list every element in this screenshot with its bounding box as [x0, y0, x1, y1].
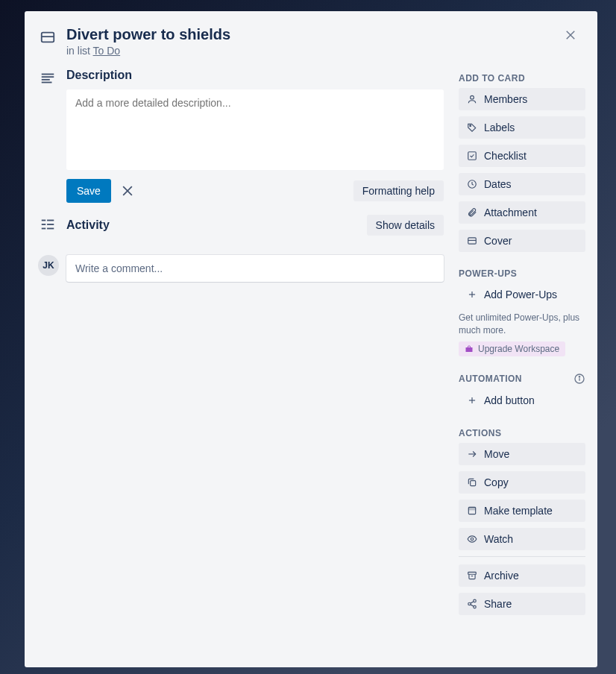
clock-icon	[466, 178, 478, 190]
activity-section: Activity Show details	[40, 215, 444, 243]
card-icon	[40, 26, 57, 45]
svg-point-34	[471, 538, 474, 541]
card-icon	[466, 235, 478, 247]
move-label: Move	[484, 448, 509, 460]
cancel-button[interactable]	[116, 179, 139, 203]
svg-rect-15	[47, 228, 54, 230]
labels-button[interactable]: Labels	[459, 116, 585, 139]
svg-rect-11	[47, 220, 54, 221]
share-button[interactable]: Share	[459, 593, 585, 615]
members-label: Members	[484, 93, 527, 105]
actions-separator	[459, 556, 585, 557]
activity-icon	[40, 215, 57, 243]
briefcase-icon	[465, 344, 474, 353]
user-icon	[466, 93, 478, 105]
svg-rect-18	[468, 152, 477, 160]
close-icon	[120, 183, 135, 198]
svg-point-17	[470, 125, 471, 127]
arrow-right-icon	[466, 448, 478, 460]
move-button[interactable]: Move	[459, 443, 585, 465]
make-template-button[interactable]: Make template	[459, 500, 585, 522]
close-button[interactable]	[559, 23, 582, 47]
copy-icon	[466, 476, 478, 488]
svg-point-27	[579, 376, 579, 377]
description-textarea[interactable]	[66, 89, 444, 170]
formatting-help-button[interactable]: Formatting help	[353, 180, 444, 201]
svg-rect-10	[42, 220, 46, 221]
automation-heading: AUTOMATION	[459, 374, 522, 384]
svg-point-38	[468, 602, 471, 605]
add-button-label: Add button	[484, 394, 535, 406]
card-modal: Divert power to shields in list To Do De…	[25, 11, 597, 667]
comment-input[interactable]: Write a comment...	[66, 255, 444, 282]
svg-rect-14	[42, 228, 46, 230]
show-details-button[interactable]: Show details	[367, 215, 444, 236]
svg-point-16	[471, 95, 474, 99]
checklist-label: Checklist	[484, 150, 527, 162]
add-powerups-label: Add Power-Ups	[484, 289, 557, 300]
share-icon	[466, 598, 478, 610]
plus-icon	[466, 289, 478, 300]
add-powerups-button[interactable]: Add Power-Ups	[459, 283, 585, 306]
template-label: Make template	[484, 505, 553, 517]
labels-label: Labels	[484, 122, 515, 133]
cover-button[interactable]: Cover	[459, 230, 585, 252]
svg-rect-5	[42, 76, 54, 78]
upgrade-workspace-button[interactable]: Upgrade Workspace	[459, 341, 565, 356]
eye-icon	[466, 533, 478, 545]
comment-composer: JK Write a comment...	[38, 255, 444, 282]
actions-heading: ACTIONS	[459, 428, 585, 438]
svg-point-39	[474, 605, 477, 608]
card-title[interactable]: Divert power to shields	[66, 26, 230, 43]
powerups-note: Get unlimited Power-Ups, plus much more.	[459, 312, 585, 337]
activity-heading: Activity	[66, 218, 110, 232]
svg-rect-12	[42, 224, 46, 225]
in-list-prefix: in list	[66, 45, 93, 57]
cover-label: Cover	[484, 235, 512, 247]
paperclip-icon	[466, 207, 478, 218]
list-link[interactable]: To Do	[93, 45, 121, 57]
copy-label: Copy	[484, 476, 509, 488]
archive-icon	[466, 570, 478, 582]
description-section: Description Save Formatting help	[40, 69, 444, 203]
template-icon	[466, 505, 478, 517]
card-header: Divert power to shields in list To Do	[37, 23, 585, 60]
watch-button[interactable]: Watch	[459, 528, 585, 550]
plus-icon	[466, 394, 478, 406]
svg-rect-33	[468, 507, 475, 510]
info-icon[interactable]	[573, 373, 585, 385]
tag-icon	[466, 122, 478, 133]
svg-line-41	[471, 604, 474, 605]
checklist-button[interactable]: Checklist	[459, 145, 585, 167]
save-button[interactable]: Save	[66, 179, 111, 203]
avatar: JK	[38, 255, 59, 276]
card-list-info: in list To Do	[66, 45, 230, 57]
powerups-heading: POWER-UPS	[459, 268, 585, 279]
dates-label: Dates	[484, 178, 512, 190]
svg-rect-24	[466, 347, 473, 352]
check-square-icon	[466, 150, 478, 162]
members-button[interactable]: Members	[459, 88, 585, 110]
attachment-label: Attachment	[484, 207, 537, 218]
copy-button[interactable]: Copy	[459, 471, 585, 494]
archive-label: Archive	[484, 570, 519, 582]
add-to-card-heading: ADD TO CARD	[459, 73, 585, 84]
svg-point-37	[474, 599, 477, 602]
dates-button[interactable]: Dates	[459, 173, 585, 195]
share-label: Share	[484, 598, 512, 610]
svg-rect-6	[42, 79, 50, 81]
archive-button[interactable]: Archive	[459, 564, 585, 587]
description-icon	[40, 69, 57, 203]
upgrade-label: Upgrade Workspace	[478, 344, 559, 354]
svg-rect-35	[468, 572, 477, 574]
svg-rect-7	[42, 82, 52, 84]
add-automation-button[interactable]: Add button	[459, 389, 585, 412]
watch-label: Watch	[484, 533, 513, 545]
close-icon	[564, 28, 577, 42]
description-heading: Description	[66, 69, 132, 82]
svg-rect-31	[471, 480, 476, 485]
svg-rect-4	[42, 74, 54, 75]
svg-rect-13	[47, 224, 54, 225]
svg-line-40	[471, 601, 474, 602]
attachment-button[interactable]: Attachment	[459, 201, 585, 224]
